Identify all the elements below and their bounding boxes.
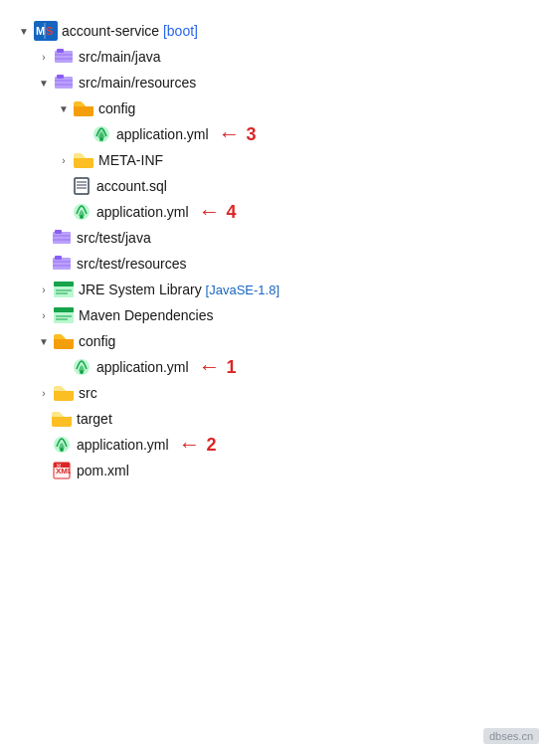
red-arrow-icon: ← <box>199 199 221 225</box>
item-label: src/main/resources <box>79 75 196 91</box>
tree-item-account-sql[interactable]: account.sql <box>56 173 539 199</box>
pom-icon: XML M <box>52 461 72 480</box>
svg-rect-5 <box>57 49 64 53</box>
yaml-icon <box>72 202 92 222</box>
svg-point-13 <box>99 137 103 141</box>
tree-item-jre[interactable]: › JRE System Library [JavaSE-1.8] <box>36 277 539 302</box>
item-label: pom.xml <box>77 463 129 478</box>
tree-item-target[interactable]: target <box>36 406 539 432</box>
arrow-annotation-3: ← 3 <box>219 121 257 147</box>
folder-icon <box>74 150 93 170</box>
svg-text:S: S <box>46 25 53 37</box>
maven-icon <box>54 305 74 325</box>
svg-rect-9 <box>57 75 64 79</box>
package-icon <box>54 73 74 93</box>
expand-icon[interactable]: › <box>36 49 52 65</box>
expand-icon[interactable]: › <box>36 282 52 297</box>
yaml-icon <box>92 124 111 144</box>
collapse-icon[interactable]: ▼ <box>36 75 52 91</box>
expand-icon[interactable]: › <box>36 307 52 323</box>
expand-icon[interactable]: › <box>56 152 72 168</box>
collapse-icon[interactable]: ▼ <box>36 333 52 349</box>
tree-item-maven[interactable]: › Maven Dependencies <box>36 302 539 328</box>
item-label: JRE System Library [JavaSE-1.8] <box>79 282 279 297</box>
tree-item[interactable]: ▼ config <box>56 95 539 121</box>
item-label: application.yml <box>77 437 169 453</box>
root-label: account-service [boot] <box>62 23 198 39</box>
svg-text:M: M <box>57 463 61 469</box>
item-label: src/test/resources <box>77 256 186 272</box>
red-arrow-icon: ← <box>179 432 201 458</box>
folder-open-icon <box>74 98 93 118</box>
item-label: target <box>77 411 112 427</box>
folder-open-icon <box>54 331 74 351</box>
sql-icon <box>72 176 92 196</box>
arrow-annotation-4: ← 4 <box>199 199 237 225</box>
item-label: src/test/java <box>77 230 151 246</box>
svg-text:M: M <box>36 25 45 37</box>
tree-root[interactable]: ▼ M S account-service [boot] <box>16 18 539 44</box>
item-label: src/main/java <box>79 49 160 65</box>
tree-item[interactable]: › src/main/java <box>36 44 539 70</box>
item-label: application.yml <box>96 359 189 375</box>
annotation-number: 3 <box>247 124 257 145</box>
svg-rect-14 <box>75 178 89 194</box>
tree-item[interactable]: src/test/java <box>36 225 539 251</box>
folder-icon <box>52 409 72 429</box>
item-label: application.yml <box>96 204 189 220</box>
tree-item-src[interactable]: › src <box>36 380 539 406</box>
item-label: config <box>98 100 135 116</box>
tree-item-application-yml-2[interactable]: application.yml ← 2 <box>36 432 539 458</box>
tree-item-application-yml-3[interactable]: application.yml ← 3 <box>76 121 539 147</box>
item-label: config <box>79 333 115 349</box>
svg-rect-29 <box>54 282 74 286</box>
package-icon <box>52 228 72 248</box>
tree-item[interactable]: ▼ src/main/resources <box>36 70 539 95</box>
package-icon <box>52 254 72 274</box>
tree-item-application-yml-4[interactable]: application.yml ← 4 <box>56 199 539 225</box>
annotation-number: 1 <box>227 357 237 378</box>
tree-item-config-root[interactable]: ▼ config <box>36 328 539 354</box>
svg-rect-21 <box>55 230 62 234</box>
red-arrow-icon: ← <box>219 121 241 147</box>
svg-point-19 <box>80 215 84 219</box>
annotation-number: 4 <box>227 202 237 223</box>
tree-item[interactable]: src/test/resources <box>36 251 539 277</box>
annotation-number: 2 <box>207 435 217 456</box>
ms-icon: M S <box>34 21 58 41</box>
file-tree: ▼ M S account-service [boot] › src/m <box>0 0 555 501</box>
item-label: application.yml <box>116 126 209 142</box>
watermark: dbses.cn <box>483 728 539 744</box>
tree-item[interactable]: › META-INF <box>56 147 539 173</box>
item-label: Maven Dependencies <box>79 307 213 323</box>
svg-point-39 <box>60 448 64 452</box>
svg-rect-25 <box>55 256 62 260</box>
jre-icon <box>54 280 74 299</box>
package-icon <box>54 47 74 67</box>
item-label: src <box>79 385 97 401</box>
svg-rect-33 <box>54 307 74 312</box>
yaml-icon <box>52 435 72 455</box>
arrow-annotation-1: ← 1 <box>199 354 237 380</box>
svg-point-37 <box>80 370 84 374</box>
expand-icon[interactable]: › <box>36 385 52 401</box>
red-arrow-icon: ← <box>199 354 221 380</box>
collapse-icon[interactable]: ▼ <box>56 100 72 116</box>
tree-item-pom[interactable]: XML M pom.xml <box>36 458 539 483</box>
arrow-annotation-2: ← 2 <box>179 432 217 458</box>
yaml-icon <box>72 357 92 377</box>
item-label: account.sql <box>96 178 167 194</box>
collapse-icon[interactable]: ▼ <box>16 23 32 39</box>
folder-icon <box>54 383 74 403</box>
item-label: META-INF <box>98 152 163 168</box>
tree-item-application-yml-1[interactable]: application.yml ← 1 <box>56 354 539 380</box>
